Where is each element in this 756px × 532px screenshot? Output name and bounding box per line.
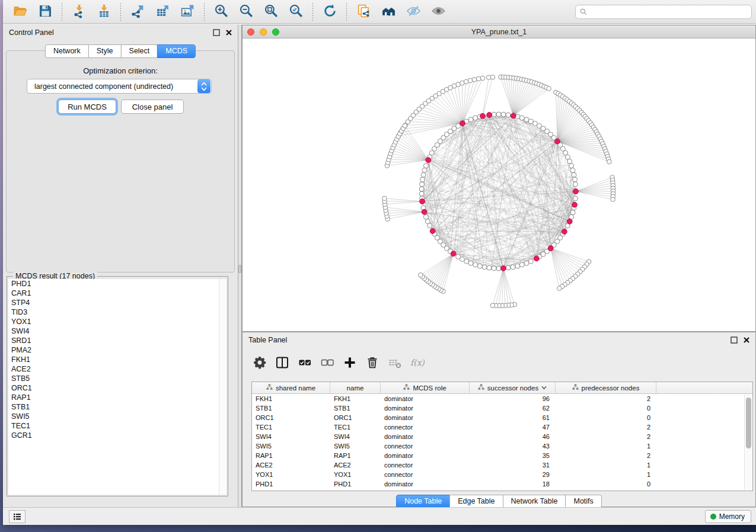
mcds-list-scrollbar[interactable]	[219, 279, 227, 495]
attribute-type-icon	[478, 384, 484, 392]
list-item[interactable]: TEC1	[8, 421, 219, 431]
cell-name: STB1	[330, 403, 381, 413]
tab-style[interactable]: Style	[88, 44, 122, 58]
column-header-name[interactable]: name	[330, 382, 381, 393]
column-header-MCDS-role[interactable]: MCDS role	[381, 382, 470, 393]
column-header-successor-nodes[interactable]: successor nodes	[470, 382, 556, 393]
import-network-button[interactable]	[70, 3, 88, 21]
optimization-criterion-select[interactable]: largest connected component (undirected)	[27, 79, 212, 94]
close-panel-icon[interactable]	[225, 28, 233, 37]
tab-select[interactable]: Select	[121, 44, 158, 58]
list-item[interactable]: TID3	[8, 307, 219, 317]
table-row[interactable]: ORC1ORC1dominator610	[252, 413, 752, 422]
tab-node-table[interactable]: Node Table	[396, 495, 450, 508]
show-all-button[interactable]	[429, 3, 447, 21]
list-item[interactable]: SRD1	[8, 336, 219, 345]
close-panel-icon[interactable]	[742, 336, 751, 344]
column-header-shared-name[interactable]: shared name	[252, 382, 330, 393]
tab-motifs[interactable]: Motifs	[565, 495, 601, 508]
hide-selection-button[interactable]	[404, 3, 422, 21]
clear-selection-button[interactable]	[317, 354, 337, 373]
list-item[interactable]: STB1	[8, 402, 219, 412]
tab-network-table[interactable]: Network Table	[503, 495, 566, 508]
table-scrollbar-thumb[interactable]	[746, 398, 751, 448]
zoom-fit-button[interactable]	[262, 3, 280, 21]
zoom-out-icon	[239, 4, 254, 20]
first-neighbors-button[interactable]	[379, 3, 397, 21]
list-item[interactable]: STB5	[8, 374, 219, 383]
columns-button[interactable]	[272, 354, 292, 373]
export-image-button[interactable]	[178, 3, 196, 21]
list-item[interactable]: ACE2	[8, 364, 219, 374]
list-item[interactable]: PHD1	[8, 279, 219, 289]
delete-column-button[interactable]	[362, 354, 382, 373]
cell-shared-name: PHD1	[252, 479, 330, 489]
tab-network[interactable]: Network	[45, 44, 89, 58]
close-panel-button[interactable]: Close panel	[121, 100, 184, 114]
cell-successor-nodes: 62	[470, 403, 556, 413]
open-file-icon	[13, 4, 28, 20]
list-item[interactable]: ORC1	[8, 383, 219, 393]
network-canvas[interactable]	[243, 39, 755, 331]
memory-label: Memory	[719, 512, 745, 521]
table-row[interactable]: RAP1RAP1dominator352	[252, 451, 752, 460]
export-table-button[interactable]	[154, 3, 171, 21]
zoom-in-button[interactable]	[212, 3, 230, 21]
import-table-button[interactable]	[95, 3, 113, 21]
import-network-icon	[72, 4, 87, 20]
cell-name: FKH1	[330, 394, 381, 403]
function-builder-button[interactable]: f(x)	[407, 354, 428, 373]
delete-table-button[interactable]	[385, 354, 405, 373]
open-file-button[interactable]	[11, 3, 29, 21]
float-panel-icon[interactable]	[730, 336, 738, 344]
list-item[interactable]: PMA2	[8, 345, 219, 355]
list-item[interactable]: CAR1	[8, 289, 219, 298]
list-item[interactable]: STP4	[8, 298, 219, 307]
tab-edge-table[interactable]: Edge Table	[449, 495, 503, 508]
gear-button[interactable]	[250, 354, 270, 373]
cell-MCDS-role: dominator	[381, 451, 470, 460]
float-panel-icon[interactable]	[212, 28, 221, 37]
zoom-fit-icon	[264, 4, 279, 20]
hide-selection-icon	[406, 4, 421, 20]
list-item[interactable]: SWI4	[8, 326, 219, 336]
list-item[interactable]: FKH1	[8, 355, 219, 364]
table-row[interactable]: ACE2ACE2connector311	[252, 460, 752, 470]
table-row[interactable]: YOX1YOX1connector291	[252, 470, 752, 479]
table-row[interactable]: SWI4SWI4dominator462	[252, 432, 752, 441]
list-item[interactable]: GCR1	[8, 431, 219, 440]
network-titlebar[interactable]: YPA_prune.txt_1	[243, 25, 755, 39]
columns-icon	[275, 355, 289, 371]
search-input[interactable]	[588, 6, 751, 18]
select-all-button[interactable]	[295, 354, 315, 373]
svg-text:f(x): f(x)	[410, 358, 425, 367]
add-column-button[interactable]	[340, 354, 360, 373]
save-session-button[interactable]	[36, 3, 54, 21]
splitter-grip-icon[interactable]	[238, 265, 241, 273]
memory-button[interactable]: Memory	[705, 510, 751, 523]
table-row[interactable]: FKH1FKH1dominator962	[252, 394, 752, 403]
cell-predecessor-nodes: 2	[556, 422, 656, 432]
task-history-button[interactable]	[9, 510, 25, 523]
delete-column-icon	[365, 355, 379, 371]
table-row[interactable]: STB1STB1dominator620	[252, 403, 752, 413]
zoom-in-icon	[214, 4, 229, 20]
gear-icon	[253, 355, 267, 371]
run-mcds-button[interactable]: Run MCDS	[58, 100, 116, 114]
table-row[interactable]: SWI5SWI5connector431	[252, 441, 752, 451]
zoom-selected-button[interactable]	[287, 3, 305, 21]
tab-mcds[interactable]: MCDS	[157, 44, 196, 58]
clone-network-button[interactable]	[355, 3, 372, 21]
list-item[interactable]: RAP1	[8, 393, 219, 402]
zoom-out-button[interactable]	[237, 3, 255, 21]
list-item[interactable]: YOX1	[8, 317, 219, 326]
table-scrollbar[interactable]	[744, 395, 752, 490]
export-network-button[interactable]	[129, 3, 146, 21]
table-row[interactable]: TEC1TEC1connector472	[252, 422, 752, 432]
table-row[interactable]: PHD1PHD1dominator180	[252, 479, 752, 489]
refresh-button[interactable]	[321, 3, 339, 21]
search-box[interactable]	[575, 5, 752, 19]
column-label: predecessor nodes	[582, 384, 640, 392]
column-header-predecessor-nodes[interactable]: predecessor nodes	[556, 382, 656, 393]
list-item[interactable]: SWI5	[8, 412, 219, 421]
